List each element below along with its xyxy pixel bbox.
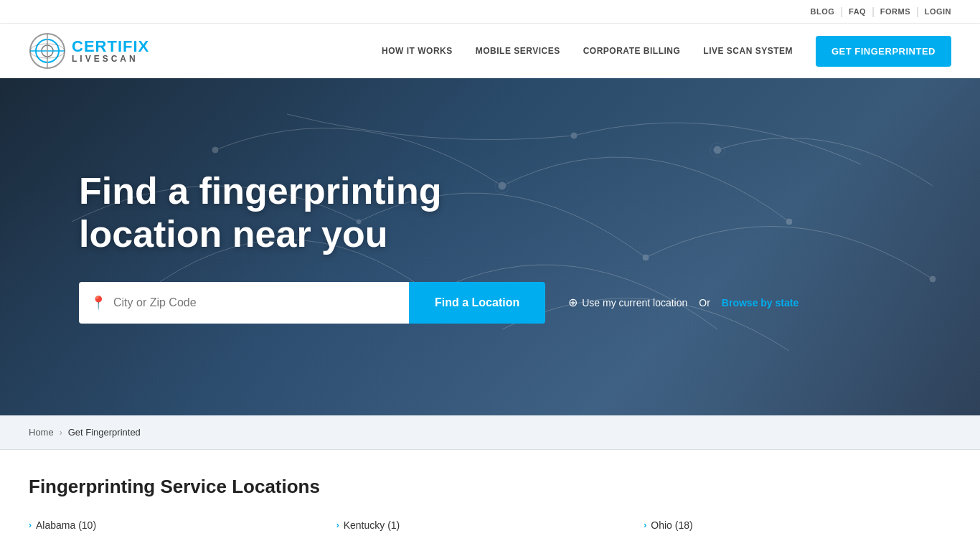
svg-point-12 [571, 133, 577, 138]
location-ohio[interactable]: Ohio (18) [651, 519, 692, 531]
nav-corporate-billing[interactable]: CORPORATE BILLING [583, 46, 681, 56]
topbar-sep-3: | [916, 6, 919, 17]
nav-live-scan[interactable]: LIVE SCAN SYSTEM [703, 46, 793, 56]
hero-content: Find a fingerprinting location near you … [0, 170, 980, 324]
logo-area[interactable]: CERTIFIX LIVESCAN [29, 32, 149, 70]
hero-section: Find a fingerprinting location near you … [0, 78, 980, 415]
location-kentucky[interactable]: Kentucky (1) [344, 519, 400, 531]
locations-grid: › Alabama (10) › Kentucky (1) › Ohio (18… [29, 515, 951, 535]
topbar-login-link[interactable]: LOGIN [925, 7, 951, 16]
location-alabama[interactable]: Alabama (10) [36, 519, 96, 531]
chevron-right-icon: › [336, 520, 339, 530]
location-search-input[interactable] [113, 296, 397, 309]
find-location-button[interactable]: Find a Location [409, 282, 545, 324]
get-fingerprinted-button[interactable]: GET FINGERPRINTED [816, 36, 951, 67]
search-box: 📍 [79, 282, 409, 324]
nav-how-it-works[interactable]: HOW IT WORKS [382, 46, 453, 56]
list-item[interactable]: › Kentucky (1) [336, 515, 644, 535]
svg-point-6 [212, 147, 218, 153]
locations-title: Fingerprinting Service Locations [29, 476, 951, 498]
chevron-right-icon: › [29, 520, 32, 530]
svg-point-14 [714, 146, 721, 154]
main-nav: HOW IT WORKS MOBILE SERVICES CORPORATE B… [382, 36, 951, 67]
use-current-location-button[interactable]: ⊕ Use my current location [568, 296, 687, 309]
logo-text: CERTIFIX LIVESCAN [72, 39, 149, 63]
logo-certifix: CERTIFIX [72, 39, 149, 55]
logo-icon [29, 32, 66, 70]
topbar-faq-link[interactable]: FAQ [849, 7, 866, 16]
site-header: CERTIFIX LIVESCAN HOW IT WORKS MOBILE SE… [0, 24, 980, 78]
chevron-right-icon: › [644, 520, 646, 530]
nav-mobile-services[interactable]: MOBILE SERVICES [476, 46, 560, 56]
list-item[interactable]: › Alabama (10) [29, 515, 336, 535]
breadcrumb-home[interactable]: Home [29, 427, 54, 438]
hero-title: Find a fingerprinting location near you [79, 170, 567, 256]
or-separator: Or [699, 297, 710, 309]
topbar-forms-link[interactable]: FORMS [880, 7, 910, 16]
locations-section: Fingerprinting Service Locations › Alaba… [0, 450, 980, 550]
list-item[interactable]: › Ohio (18) [644, 515, 951, 535]
search-extras: ⊕ Use my current location Or Browse by s… [568, 296, 798, 309]
breadcrumb-current: Get Fingerprinted [68, 427, 141, 438]
location-pin-icon: 📍 [90, 295, 106, 311]
top-bar: BLOG | FAQ | FORMS | LOGIN [0, 0, 980, 24]
current-location-icon: ⊕ [568, 296, 578, 309]
breadcrumb: Home › Get Fingerprinted [0, 415, 980, 450]
topbar-sep-1: | [840, 6, 843, 17]
browse-by-state-link[interactable]: Browse by state [722, 297, 798, 309]
use-location-label: Use my current location [582, 297, 687, 309]
topbar-blog-link[interactable]: BLOG [811, 7, 835, 16]
breadcrumb-separator: › [60, 428, 62, 438]
logo-livescan: LIVESCAN [72, 55, 149, 63]
search-row: 📍 Find a Location ⊕ Use my current locat… [79, 282, 980, 324]
topbar-sep-2: | [872, 6, 875, 17]
